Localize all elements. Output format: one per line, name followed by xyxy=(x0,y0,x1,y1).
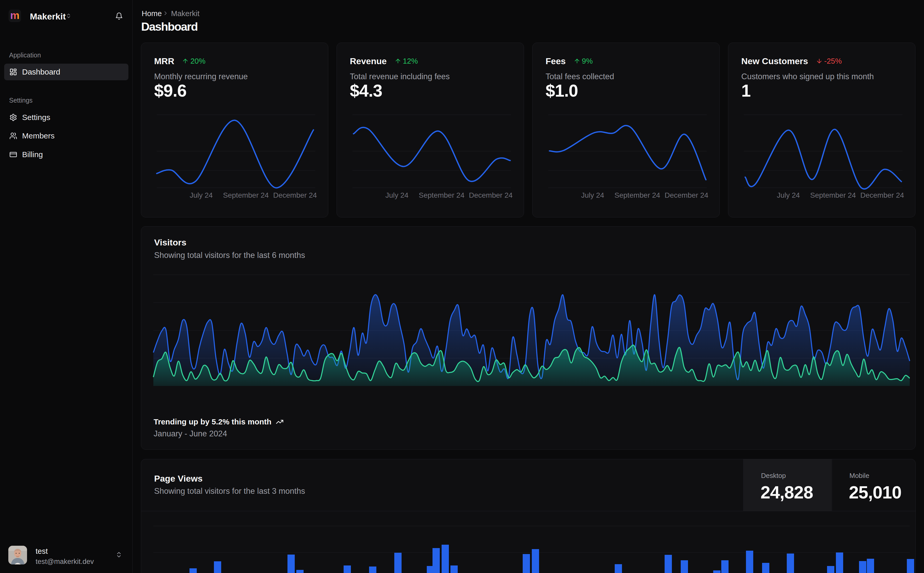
svg-text:July 24: July 24 xyxy=(386,191,409,199)
svg-text:September 24: September 24 xyxy=(419,191,464,199)
svg-text:September 24: September 24 xyxy=(223,191,269,199)
svg-text:m: m xyxy=(10,9,19,21)
svg-text:December 24: December 24 xyxy=(273,191,317,199)
svg-text:September 24: September 24 xyxy=(810,191,856,199)
svg-text:December 24: December 24 xyxy=(665,191,708,199)
svg-text:July 24: July 24 xyxy=(190,191,213,199)
svg-text:December 24: December 24 xyxy=(860,191,904,199)
svg-text:July 24: July 24 xyxy=(581,191,604,199)
svg-text:September 24: September 24 xyxy=(615,191,660,199)
svg-text:December 24: December 24 xyxy=(469,191,513,199)
svg-text:July 24: July 24 xyxy=(777,191,800,199)
